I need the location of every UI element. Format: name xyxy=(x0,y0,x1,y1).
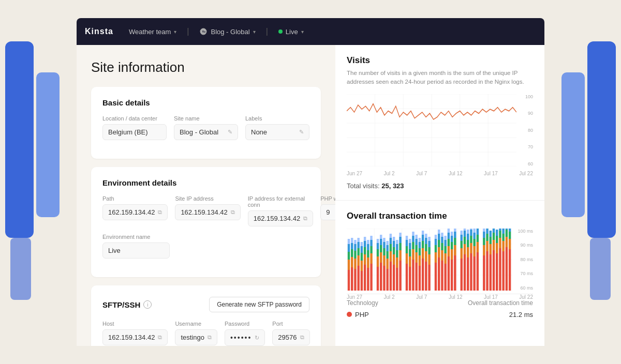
path-input: 162.159.134.42 ⧉ xyxy=(102,204,168,220)
svg-rect-168 xyxy=(448,256,450,291)
svg-rect-162 xyxy=(441,233,443,237)
svg-rect-135 xyxy=(422,241,424,248)
svg-rect-184 xyxy=(461,248,463,259)
svg-rect-79 xyxy=(383,255,385,266)
svg-rect-215 xyxy=(483,232,485,238)
svg-rect-139 xyxy=(425,251,427,262)
svg-rect-172 xyxy=(448,229,450,233)
visits-x-labels: Jun 27 Jul 2 Jul 7 Jul 12 Jul 17 Jul 22 xyxy=(347,169,533,176)
deco-right xyxy=(549,0,621,364)
svg-rect-120 xyxy=(412,242,414,249)
ext-ip-copy-icon[interactable]: ⧉ xyxy=(303,215,307,222)
svg-rect-185 xyxy=(461,241,463,248)
svg-rect-189 xyxy=(464,244,466,254)
status-chevron: ▾ xyxy=(301,29,304,35)
svg-rect-92 xyxy=(390,234,392,238)
svg-rect-158 xyxy=(441,261,443,291)
svg-rect-232 xyxy=(496,230,498,236)
svg-rect-59 xyxy=(367,257,369,268)
site-name-value: Blog - Global xyxy=(180,128,225,136)
svg-rect-176 xyxy=(451,236,453,242)
env-title: Environment details xyxy=(102,178,309,187)
svg-rect-183 xyxy=(461,259,463,291)
username-field-group: Username testingo ⧉ xyxy=(175,321,217,346)
labels-input[interactable]: None ✎ xyxy=(245,124,309,140)
svg-rect-55 xyxy=(364,247,366,254)
port-copy-icon[interactable]: ⧉ xyxy=(300,334,304,341)
svg-rect-202 xyxy=(470,229,472,230)
svg-rect-160 xyxy=(441,243,443,250)
svg-rect-60 xyxy=(367,250,369,257)
site-ip-label: Site IP address xyxy=(175,195,240,202)
svg-rect-4 xyxy=(561,72,585,217)
svg-rect-151 xyxy=(435,239,437,245)
svg-rect-66 xyxy=(370,240,372,246)
svg-rect-247 xyxy=(509,232,511,239)
svg-rect-76 xyxy=(380,239,382,245)
svg-rect-165 xyxy=(444,246,446,253)
svg-rect-212 xyxy=(483,255,485,291)
visits-title: Visits xyxy=(347,55,533,66)
path-copy-icon[interactable]: ⧉ xyxy=(158,209,162,216)
svg-rect-248 xyxy=(509,229,511,232)
svg-rect-191 xyxy=(464,231,466,237)
svg-rect-173 xyxy=(451,260,453,291)
sftp-info-icon[interactable]: i xyxy=(143,300,152,309)
svg-rect-174 xyxy=(451,249,453,260)
svg-rect-225 xyxy=(493,250,495,291)
site-ip-copy-icon[interactable]: ⧉ xyxy=(231,209,235,216)
svg-rect-31 xyxy=(348,244,350,252)
svg-rect-138 xyxy=(425,262,427,291)
app-container: Kinsta Weather team ▾ | Blog - Global ▾ … xyxy=(77,18,544,346)
generate-sftp-btn[interactable]: Generate new SFTP password xyxy=(209,297,309,312)
top-nav: Kinsta Weather team ▾ | Blog - Global ▾ … xyxy=(77,18,544,45)
svg-rect-54 xyxy=(364,254,366,265)
team-chevron: ▾ xyxy=(174,29,176,35)
svg-rect-238 xyxy=(502,241,504,251)
svg-rect-107 xyxy=(399,233,401,237)
svg-rect-86 xyxy=(386,245,388,251)
username-copy-icon[interactable]: ⧉ xyxy=(208,334,212,341)
svg-rect-134 xyxy=(422,248,424,259)
svg-rect-197 xyxy=(467,230,469,234)
svg-rect-61 xyxy=(367,244,369,250)
labels-edit-icon[interactable]: ✎ xyxy=(299,129,304,135)
svg-rect-82 xyxy=(383,238,385,242)
svg-rect-147 xyxy=(428,237,430,241)
svg-rect-30 xyxy=(348,252,350,260)
host-value: 162.159.134.42 xyxy=(108,333,155,341)
status-dropdown[interactable]: Live ▾ xyxy=(273,25,309,38)
site-name-input[interactable]: Blog - Global ✎ xyxy=(174,124,238,140)
svg-rect-128 xyxy=(419,266,421,291)
edit-icon[interactable]: ✎ xyxy=(228,129,232,135)
svg-rect-5 xyxy=(590,238,611,300)
svg-rect-85 xyxy=(386,251,388,259)
path-field-group: Path 162.159.134.42 ⧉ xyxy=(102,195,168,226)
svg-rect-217 xyxy=(486,251,488,291)
svg-rect-67 xyxy=(370,236,372,240)
svg-rect-90 xyxy=(390,244,392,251)
host-copy-icon[interactable]: ⧉ xyxy=(158,334,162,341)
team-dropdown[interactable]: Weather team ▾ xyxy=(124,25,182,38)
page-title: Site information xyxy=(91,59,321,75)
svg-rect-40 xyxy=(354,251,356,259)
svg-rect-240 xyxy=(502,229,504,234)
svg-rect-62 xyxy=(367,240,369,244)
svg-rect-192 xyxy=(464,229,466,231)
password-value: •••••• xyxy=(230,333,252,342)
password-refresh-icon[interactable]: ↻ xyxy=(255,335,259,341)
site-ip-value: 162.159.134.42 xyxy=(181,208,227,216)
username-label: Username xyxy=(175,321,217,327)
location-field-group: Location / data center Belgium (BE) xyxy=(102,115,167,140)
svg-rect-118 xyxy=(412,260,414,291)
svg-rect-136 xyxy=(422,235,424,241)
sftp-title: SFTP/SSH xyxy=(102,300,140,309)
site-dropdown[interactable]: Blog - Global ▾ xyxy=(194,25,260,38)
svg-rect-204 xyxy=(473,246,475,256)
svg-rect-74 xyxy=(380,252,382,263)
svg-rect-177 xyxy=(451,232,453,236)
live-dot xyxy=(278,29,283,34)
svg-rect-188 xyxy=(464,254,466,291)
svg-rect-175 xyxy=(451,242,453,249)
svg-rect-71 xyxy=(377,243,379,249)
